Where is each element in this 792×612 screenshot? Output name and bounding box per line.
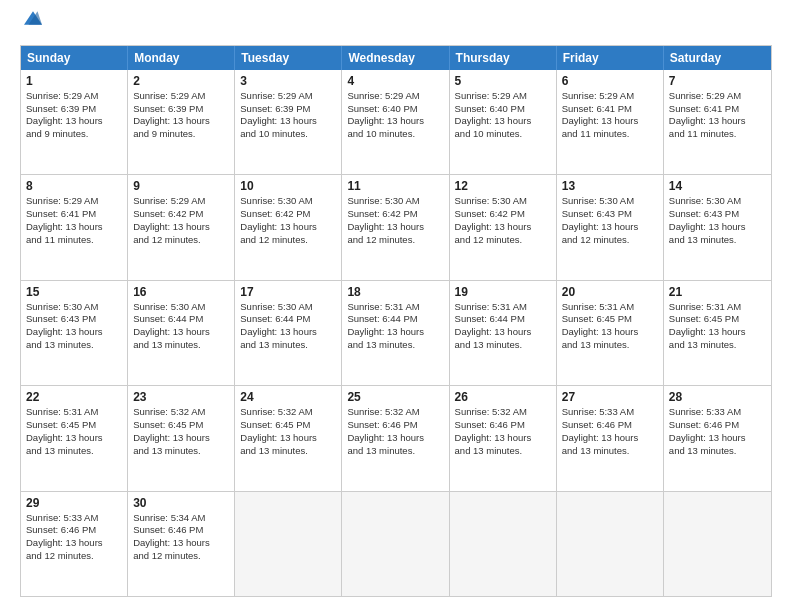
calendar-body: 1Sunrise: 5:29 AMSunset: 6:39 PMDaylight… [21, 70, 771, 596]
cell-info-line: Daylight: 13 hours [455, 115, 551, 128]
cell-info-line: Sunrise: 5:29 AM [455, 90, 551, 103]
day-cell-23: 23Sunrise: 5:32 AMSunset: 6:45 PMDayligh… [128, 386, 235, 490]
cell-info-line: and 10 minutes. [240, 128, 336, 141]
cell-info-line: Daylight: 13 hours [240, 221, 336, 234]
day-number: 16 [133, 285, 229, 299]
cell-info-line: Sunset: 6:46 PM [133, 524, 229, 537]
cell-info-line: Sunrise: 5:30 AM [669, 195, 766, 208]
cell-info-line: and 13 minutes. [455, 445, 551, 458]
day-number: 6 [562, 74, 658, 88]
cell-info-line: Sunrise: 5:29 AM [26, 90, 122, 103]
cell-info-line: Sunset: 6:45 PM [240, 419, 336, 432]
cell-info-line: and 13 minutes. [240, 339, 336, 352]
day-cell-9: 9Sunrise: 5:29 AMSunset: 6:42 PMDaylight… [128, 175, 235, 279]
day-number: 23 [133, 390, 229, 404]
day-cell-27: 27Sunrise: 5:33 AMSunset: 6:46 PMDayligh… [557, 386, 664, 490]
day-number: 27 [562, 390, 658, 404]
cell-info-line: Daylight: 13 hours [347, 115, 443, 128]
cell-info-line: and 13 minutes. [133, 339, 229, 352]
cell-info-line: Sunrise: 5:29 AM [240, 90, 336, 103]
day-cell-6: 6Sunrise: 5:29 AMSunset: 6:41 PMDaylight… [557, 70, 664, 174]
cell-info-line: and 12 minutes. [133, 234, 229, 247]
day-number: 26 [455, 390, 551, 404]
cell-info-line: Sunrise: 5:32 AM [455, 406, 551, 419]
calendar-header: SundayMondayTuesdayWednesdayThursdayFrid… [21, 46, 771, 70]
cell-info-line: and 12 minutes. [562, 234, 658, 247]
day-cell-1: 1Sunrise: 5:29 AMSunset: 6:39 PMDaylight… [21, 70, 128, 174]
cell-info-line: Sunset: 6:41 PM [669, 103, 766, 116]
cell-info-line: and 10 minutes. [455, 128, 551, 141]
cell-info-line: Daylight: 13 hours [26, 537, 122, 550]
day-cell-12: 12Sunrise: 5:30 AMSunset: 6:42 PMDayligh… [450, 175, 557, 279]
cell-info-line: Daylight: 13 hours [133, 432, 229, 445]
cell-info-line: Sunrise: 5:31 AM [347, 301, 443, 314]
cell-info-line: Sunrise: 5:30 AM [240, 195, 336, 208]
cell-info-line: Daylight: 13 hours [562, 432, 658, 445]
cell-info-line: and 13 minutes. [347, 445, 443, 458]
day-number: 29 [26, 496, 122, 510]
cell-info-line: Sunrise: 5:31 AM [562, 301, 658, 314]
cell-info-line: Sunrise: 5:34 AM [133, 512, 229, 525]
cell-info-line: Daylight: 13 hours [133, 221, 229, 234]
calendar-row-4: 22Sunrise: 5:31 AMSunset: 6:45 PMDayligh… [21, 385, 771, 490]
day-cell-18: 18Sunrise: 5:31 AMSunset: 6:44 PMDayligh… [342, 281, 449, 385]
day-number: 25 [347, 390, 443, 404]
cell-info-line: Daylight: 13 hours [669, 326, 766, 339]
cell-info-line: Daylight: 13 hours [240, 326, 336, 339]
empty-cell-4-6 [664, 492, 771, 596]
cell-info-line: Sunset: 6:45 PM [133, 419, 229, 432]
day-cell-21: 21Sunrise: 5:31 AMSunset: 6:45 PMDayligh… [664, 281, 771, 385]
cell-info-line: Sunrise: 5:32 AM [133, 406, 229, 419]
day-cell-3: 3Sunrise: 5:29 AMSunset: 6:39 PMDaylight… [235, 70, 342, 174]
logo-icon [24, 11, 42, 25]
empty-cell-4-3 [342, 492, 449, 596]
cell-info-line: Sunset: 6:44 PM [347, 313, 443, 326]
day-cell-14: 14Sunrise: 5:30 AMSunset: 6:43 PMDayligh… [664, 175, 771, 279]
day-cell-8: 8Sunrise: 5:29 AMSunset: 6:41 PMDaylight… [21, 175, 128, 279]
day-cell-15: 15Sunrise: 5:30 AMSunset: 6:43 PMDayligh… [21, 281, 128, 385]
cell-info-line: Sunset: 6:46 PM [347, 419, 443, 432]
cell-info-line: Sunrise: 5:29 AM [26, 195, 122, 208]
day-number: 17 [240, 285, 336, 299]
day-cell-22: 22Sunrise: 5:31 AMSunset: 6:45 PMDayligh… [21, 386, 128, 490]
cell-info-line: Sunrise: 5:33 AM [26, 512, 122, 525]
day-number: 3 [240, 74, 336, 88]
day-cell-4: 4Sunrise: 5:29 AMSunset: 6:40 PMDaylight… [342, 70, 449, 174]
cell-info-line: Sunset: 6:40 PM [347, 103, 443, 116]
cell-info-line: and 13 minutes. [669, 339, 766, 352]
day-number: 7 [669, 74, 766, 88]
cell-info-line: Daylight: 13 hours [26, 115, 122, 128]
cell-info-line: Sunset: 6:44 PM [133, 313, 229, 326]
calendar-row-5: 29Sunrise: 5:33 AMSunset: 6:46 PMDayligh… [21, 491, 771, 596]
cell-info-line: Sunset: 6:43 PM [669, 208, 766, 221]
day-number: 21 [669, 285, 766, 299]
cell-info-line: and 13 minutes. [562, 445, 658, 458]
cell-info-line: and 13 minutes. [26, 445, 122, 458]
day-number: 15 [26, 285, 122, 299]
cell-info-line: Sunset: 6:41 PM [562, 103, 658, 116]
empty-cell-4-4 [450, 492, 557, 596]
day-number: 9 [133, 179, 229, 193]
cell-info-line: Daylight: 13 hours [240, 115, 336, 128]
day-cell-26: 26Sunrise: 5:32 AMSunset: 6:46 PMDayligh… [450, 386, 557, 490]
day-number: 20 [562, 285, 658, 299]
cell-info-line: Sunset: 6:44 PM [455, 313, 551, 326]
day-number: 10 [240, 179, 336, 193]
cell-info-line: and 11 minutes. [669, 128, 766, 141]
cell-info-line: Daylight: 13 hours [347, 432, 443, 445]
cell-info-line: Daylight: 13 hours [455, 326, 551, 339]
cell-info-line: Sunrise: 5:29 AM [133, 195, 229, 208]
cell-info-line: Daylight: 13 hours [347, 221, 443, 234]
cell-info-line: Sunset: 6:40 PM [455, 103, 551, 116]
day-cell-10: 10Sunrise: 5:30 AMSunset: 6:42 PMDayligh… [235, 175, 342, 279]
cell-info-line: Sunset: 6:42 PM [347, 208, 443, 221]
day-number: 5 [455, 74, 551, 88]
day-number: 13 [562, 179, 658, 193]
cell-info-line: Sunset: 6:41 PM [26, 208, 122, 221]
empty-cell-4-2 [235, 492, 342, 596]
day-number: 18 [347, 285, 443, 299]
cell-info-line: Sunset: 6:46 PM [455, 419, 551, 432]
cell-info-line: Daylight: 13 hours [26, 326, 122, 339]
cell-info-line: Sunset: 6:45 PM [669, 313, 766, 326]
cell-info-line: Sunrise: 5:29 AM [562, 90, 658, 103]
